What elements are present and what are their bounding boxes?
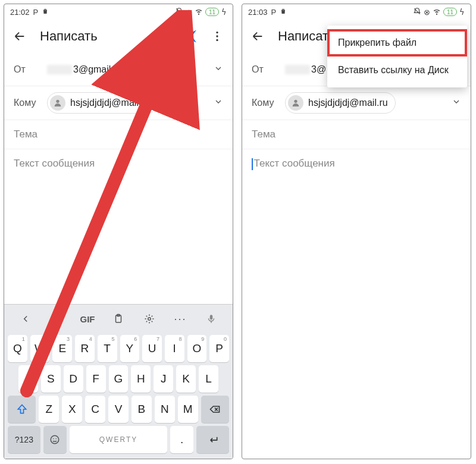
svg-rect-9 [210, 315, 213, 319]
send-button[interactable] [178, 24, 202, 48]
to-field[interactable]: Кому hsjsjdjdjdj@mail.ru [4, 86, 233, 120]
kb-clipboard-button[interactable] [108, 311, 129, 327]
key-superscript: 7 [156, 336, 159, 342]
key-q[interactable]: Q1 [8, 335, 27, 362]
key-n[interactable]: N [155, 396, 175, 423]
key-superscript: 9 [201, 336, 204, 342]
recipient-chip[interactable]: hsjsjdjdjdj@mail.ru [47, 92, 158, 114]
kb-mic-button[interactable] [201, 311, 221, 327]
body-placeholder: Текст сообщения [254, 158, 335, 169]
key-i[interactable]: I8 [165, 335, 184, 362]
key-h[interactable]: H [131, 365, 151, 393]
subject-placeholder: Тема [252, 128, 275, 140]
kb-sticker-button[interactable] [46, 311, 67, 327]
key-a[interactable]: A [18, 365, 38, 393]
svg-point-11 [53, 438, 54, 440]
key-superscript: 8 [179, 336, 182, 342]
attach-button[interactable] [151, 24, 174, 48]
keyboard-row-2: ASDFGHJKL [8, 365, 229, 393]
kb-gif-button[interactable]: GIF [77, 311, 98, 327]
key-k[interactable]: K [176, 365, 196, 393]
subject-input[interactable]: Тема [242, 120, 471, 149]
overflow-button[interactable] [205, 24, 229, 48]
key-e[interactable]: E3 [52, 335, 72, 362]
key-t[interactable]: T5 [98, 335, 117, 362]
to-label: Кому [252, 98, 285, 108]
keyboard-row-1: Q1W2E3R4T5Y6U7I8O9P0 [8, 335, 229, 362]
svg-point-5 [57, 318, 58, 319]
wifi-icon [433, 7, 441, 17]
key-v[interactable]: V [108, 396, 129, 423]
svg-point-12 [56, 438, 57, 440]
key-shift[interactable] [8, 396, 36, 423]
body-placeholder: Текст сообщения [14, 158, 95, 169]
key-z[interactable]: Z [39, 396, 59, 423]
key-o[interactable]: O9 [187, 335, 207, 362]
battery-indicator: 11 [443, 8, 457, 16]
key-u[interactable]: U7 [142, 335, 162, 362]
body-input[interactable]: Текст сообщения [4, 149, 233, 304]
signal-icon: ⊗ [424, 8, 430, 17]
kb-collapse-button[interactable] [15, 311, 36, 327]
recipient-email: hsjsjdjdjdj@mail.ru [70, 98, 150, 108]
body-input[interactable]: Текст сообщения [242, 149, 471, 459]
status-bar: 21:03 P ⊗ 11 ϟ [242, 4, 471, 20]
status-bar: 21:02 P ⊗ 11 ϟ [4, 4, 233, 20]
key-superscript: 3 [67, 336, 70, 342]
key-y[interactable]: Y6 [120, 335, 140, 362]
keyboard-row-4: ?123 QWERTY . [8, 426, 229, 453]
menu-insert-drive-link[interactable]: Вставить ссылку на Диск [327, 57, 467, 84]
back-button[interactable] [8, 24, 32, 48]
svg-point-0 [216, 32, 218, 33]
signal-icon: ⊗ [186, 8, 192, 17]
avatar-icon [288, 95, 303, 111]
recipient-chip[interactable]: hsjsjdjdjdj@mail.ru [285, 92, 396, 114]
from-field[interactable]: От 3@gmail.com [4, 53, 233, 86]
appbar-title: Написать [35, 29, 147, 44]
redacted-text [47, 65, 72, 74]
app-bar: Написать [4, 20, 233, 53]
key-w[interactable]: W2 [30, 335, 50, 362]
key-superscript: 6 [134, 336, 137, 342]
key-d[interactable]: D [64, 365, 83, 393]
avatar-icon [50, 95, 65, 111]
kb-more-button[interactable]: ··· [170, 311, 190, 327]
to-field[interactable]: Кому hsjsjdjdjdj@mail.ru [242, 86, 471, 120]
key-num-switch[interactable]: ?123 [8, 426, 40, 453]
key-emoji[interactable] [43, 426, 67, 453]
key-g[interactable]: G [109, 365, 129, 393]
phone-screen-2: 21:03 P ⊗ 11 ϟ Написать От 3@ [242, 4, 471, 459]
back-button[interactable] [246, 24, 270, 48]
key-s[interactable]: S [41, 365, 61, 393]
key-f[interactable]: F [86, 365, 106, 393]
from-email-suffix: 3@ [311, 64, 326, 74]
trash-indicator-icon [42, 8, 49, 17]
chevron-down-icon [452, 97, 461, 109]
app-indicator-icon: P [271, 8, 277, 17]
key-superscript: 4 [89, 336, 92, 342]
kb-settings-button[interactable] [139, 311, 159, 327]
redacted-text [285, 65, 310, 74]
key-enter[interactable] [196, 426, 229, 453]
svg-point-2 [216, 39, 218, 41]
subject-input[interactable]: Тема [4, 120, 233, 149]
status-time: 21:02 [10, 8, 30, 17]
key-period[interactable]: . [170, 426, 193, 453]
chevron-down-icon [214, 64, 223, 76]
key-m[interactable]: M [178, 396, 198, 423]
key-superscript: 5 [111, 336, 114, 342]
svg-point-8 [148, 318, 151, 321]
from-value: 3@gmail.com [47, 64, 214, 75]
from-label: От [14, 64, 47, 75]
key-l[interactable]: L [199, 365, 218, 393]
key-r[interactable]: R4 [75, 335, 95, 362]
key-j[interactable]: J [154, 365, 173, 393]
key-backspace[interactable] [201, 396, 229, 423]
key-b[interactable]: B [131, 396, 152, 423]
key-space[interactable]: QWERTY [70, 426, 167, 453]
app-indicator-icon: P [33, 8, 39, 17]
key-x[interactable]: X [62, 396, 82, 423]
key-c[interactable]: C [85, 396, 105, 423]
menu-attach-file[interactable]: Прикрепить файл [327, 29, 467, 57]
key-p[interactable]: P0 [209, 335, 229, 362]
